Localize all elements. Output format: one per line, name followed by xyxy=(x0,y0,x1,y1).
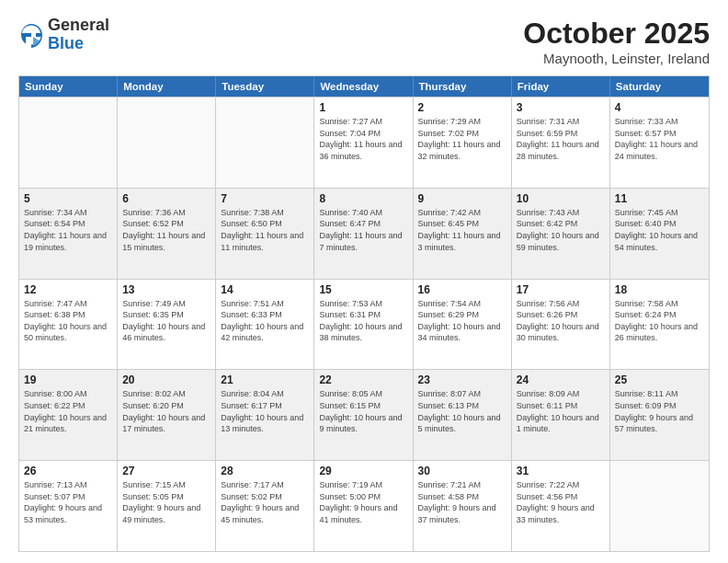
day-info: Sunrise: 8:09 AM Sunset: 6:11 PM Dayligh… xyxy=(517,388,605,434)
day-number: 7 xyxy=(221,192,309,205)
page: General Blue October 2025 Maynooth, Lein… xyxy=(0,0,728,563)
header-day-thursday: Thursday xyxy=(414,76,512,97)
title-block: October 2025 Maynooth, Leinster, Ireland xyxy=(523,17,710,66)
day-number: 11 xyxy=(615,192,704,205)
day-info: Sunrise: 7:45 AM Sunset: 6:40 PM Dayligh… xyxy=(615,207,704,253)
day-number: 20 xyxy=(122,373,210,386)
header-day-sunday: Sunday xyxy=(19,76,118,97)
day-number: 28 xyxy=(221,465,309,477)
day-cell-26: 26Sunrise: 7:13 AM Sunset: 5:07 PM Dayli… xyxy=(19,461,118,551)
day-number: 23 xyxy=(418,373,506,386)
day-info: Sunrise: 7:53 AM Sunset: 6:31 PM Dayligh… xyxy=(319,298,407,344)
header: General Blue October 2025 Maynooth, Lein… xyxy=(18,17,710,66)
day-cell-13: 13Sunrise: 7:49 AM Sunset: 6:35 PM Dayli… xyxy=(118,280,216,370)
day-info: Sunrise: 7:36 AM Sunset: 6:52 PM Dayligh… xyxy=(122,207,210,253)
day-info: Sunrise: 7:17 AM Sunset: 5:02 PM Dayligh… xyxy=(221,479,309,525)
day-number: 29 xyxy=(319,465,407,477)
day-cell-31: 31Sunrise: 7:22 AM Sunset: 4:56 PM Dayli… xyxy=(512,461,610,551)
day-cell-29: 29Sunrise: 7:19 AM Sunset: 5:00 PM Dayli… xyxy=(314,461,413,551)
day-info: Sunrise: 8:00 AM Sunset: 6:22 PM Dayligh… xyxy=(24,388,112,434)
day-number: 6 xyxy=(122,192,210,205)
day-cell-15: 15Sunrise: 7:53 AM Sunset: 6:31 PM Dayli… xyxy=(314,280,413,370)
day-info: Sunrise: 8:02 AM Sunset: 6:20 PM Dayligh… xyxy=(122,388,210,434)
day-info: Sunrise: 7:58 AM Sunset: 6:24 PM Dayligh… xyxy=(615,298,704,344)
day-info: Sunrise: 7:38 AM Sunset: 6:50 PM Dayligh… xyxy=(221,207,309,253)
day-number: 3 xyxy=(517,101,605,114)
logo-general: General xyxy=(48,16,109,34)
day-number: 8 xyxy=(319,192,407,205)
week-row-2: 5Sunrise: 7:34 AM Sunset: 6:54 PM Daylig… xyxy=(19,188,709,279)
day-number: 19 xyxy=(24,373,112,386)
day-cell-18: 18Sunrise: 7:58 AM Sunset: 6:24 PM Dayli… xyxy=(610,280,709,370)
week-row-4: 19Sunrise: 8:00 AM Sunset: 6:22 PM Dayli… xyxy=(19,369,709,460)
day-info: Sunrise: 7:15 AM Sunset: 5:05 PM Dayligh… xyxy=(122,479,210,525)
day-cell-4: 4Sunrise: 7:33 AM Sunset: 6:57 PM Daylig… xyxy=(610,98,709,188)
day-cell-28: 28Sunrise: 7:17 AM Sunset: 5:02 PM Dayli… xyxy=(216,461,314,551)
day-info: Sunrise: 7:21 AM Sunset: 4:58 PM Dayligh… xyxy=(418,479,506,525)
empty-cell-w0c0 xyxy=(19,98,118,188)
day-info: Sunrise: 8:05 AM Sunset: 6:15 PM Dayligh… xyxy=(319,388,407,434)
day-number: 10 xyxy=(517,192,605,205)
day-number: 16 xyxy=(418,283,506,296)
subtitle: Maynooth, Leinster, Ireland xyxy=(523,51,710,66)
day-number: 26 xyxy=(24,465,112,477)
logo-blue: Blue xyxy=(48,34,84,52)
day-number: 15 xyxy=(319,283,407,296)
day-number: 21 xyxy=(221,373,309,386)
day-cell-23: 23Sunrise: 8:07 AM Sunset: 6:13 PM Dayli… xyxy=(414,370,512,460)
day-cell-12: 12Sunrise: 7:47 AM Sunset: 6:38 PM Dayli… xyxy=(19,280,118,370)
day-info: Sunrise: 8:11 AM Sunset: 6:09 PM Dayligh… xyxy=(615,388,704,434)
day-cell-3: 3Sunrise: 7:31 AM Sunset: 6:59 PM Daylig… xyxy=(512,98,610,188)
day-info: Sunrise: 7:13 AM Sunset: 5:07 PM Dayligh… xyxy=(24,479,112,525)
day-info: Sunrise: 7:49 AM Sunset: 6:35 PM Dayligh… xyxy=(122,298,210,344)
day-number: 13 xyxy=(122,283,210,296)
day-cell-25: 25Sunrise: 8:11 AM Sunset: 6:09 PM Dayli… xyxy=(610,370,709,460)
day-number: 9 xyxy=(418,192,506,205)
day-info: Sunrise: 7:34 AM Sunset: 6:54 PM Dayligh… xyxy=(24,207,112,253)
day-number: 12 xyxy=(24,283,112,296)
day-cell-17: 17Sunrise: 7:56 AM Sunset: 6:26 PM Dayli… xyxy=(512,280,610,370)
day-number: 4 xyxy=(615,101,704,114)
day-cell-8: 8Sunrise: 7:40 AM Sunset: 6:47 PM Daylig… xyxy=(314,189,413,279)
day-info: Sunrise: 7:31 AM Sunset: 6:59 PM Dayligh… xyxy=(517,116,605,162)
day-number: 14 xyxy=(221,283,309,296)
header-day-wednesday: Wednesday xyxy=(314,76,413,97)
day-number: 31 xyxy=(517,465,605,477)
day-number: 1 xyxy=(319,101,407,114)
day-cell-2: 2Sunrise: 7:29 AM Sunset: 7:02 PM Daylig… xyxy=(414,98,512,188)
week-row-5: 26Sunrise: 7:13 AM Sunset: 5:07 PM Dayli… xyxy=(19,460,709,551)
week-row-3: 12Sunrise: 7:47 AM Sunset: 6:38 PM Dayli… xyxy=(19,279,709,370)
day-cell-27: 27Sunrise: 7:15 AM Sunset: 5:05 PM Dayli… xyxy=(118,461,216,551)
month-title: October 2025 xyxy=(523,17,710,51)
day-info: Sunrise: 7:42 AM Sunset: 6:45 PM Dayligh… xyxy=(418,207,506,253)
day-info: Sunrise: 7:54 AM Sunset: 6:29 PM Dayligh… xyxy=(418,298,506,344)
day-info: Sunrise: 7:47 AM Sunset: 6:38 PM Dayligh… xyxy=(24,298,112,344)
day-info: Sunrise: 7:56 AM Sunset: 6:26 PM Dayligh… xyxy=(517,298,605,344)
calendar-header: SundayMondayTuesdayWednesdayThursdayFrid… xyxy=(19,76,709,97)
day-number: 30 xyxy=(418,465,506,477)
week-row-1: 1Sunrise: 7:27 AM Sunset: 7:04 PM Daylig… xyxy=(19,97,709,188)
day-cell-20: 20Sunrise: 8:02 AM Sunset: 6:20 PM Dayli… xyxy=(118,370,216,460)
day-info: Sunrise: 8:07 AM Sunset: 6:13 PM Dayligh… xyxy=(418,388,506,434)
day-cell-14: 14Sunrise: 7:51 AM Sunset: 6:33 PM Dayli… xyxy=(216,280,314,370)
day-cell-1: 1Sunrise: 7:27 AM Sunset: 7:04 PM Daylig… xyxy=(314,98,413,188)
header-day-saturday: Saturday xyxy=(610,76,709,97)
day-number: 22 xyxy=(319,373,407,386)
day-cell-30: 30Sunrise: 7:21 AM Sunset: 4:58 PM Dayli… xyxy=(414,461,512,551)
day-info: Sunrise: 7:43 AM Sunset: 6:42 PM Dayligh… xyxy=(517,207,605,253)
day-cell-6: 6Sunrise: 7:36 AM Sunset: 6:52 PM Daylig… xyxy=(118,189,216,279)
day-info: Sunrise: 7:22 AM Sunset: 4:56 PM Dayligh… xyxy=(517,479,605,525)
day-number: 25 xyxy=(615,373,704,386)
empty-cell-w0c1 xyxy=(118,98,216,188)
day-info: Sunrise: 7:29 AM Sunset: 7:02 PM Dayligh… xyxy=(418,116,506,162)
day-number: 2 xyxy=(418,101,506,114)
empty-cell-w4c6 xyxy=(610,461,709,551)
logo-icon xyxy=(18,22,44,48)
header-day-friday: Friday xyxy=(512,76,610,97)
day-cell-21: 21Sunrise: 8:04 AM Sunset: 6:17 PM Dayli… xyxy=(216,370,314,460)
day-info: Sunrise: 7:27 AM Sunset: 7:04 PM Dayligh… xyxy=(319,116,407,162)
day-cell-19: 19Sunrise: 8:00 AM Sunset: 6:22 PM Dayli… xyxy=(19,370,118,460)
day-number: 5 xyxy=(24,192,112,205)
day-cell-9: 9Sunrise: 7:42 AM Sunset: 6:45 PM Daylig… xyxy=(414,189,512,279)
day-cell-16: 16Sunrise: 7:54 AM Sunset: 6:29 PM Dayli… xyxy=(414,280,512,370)
